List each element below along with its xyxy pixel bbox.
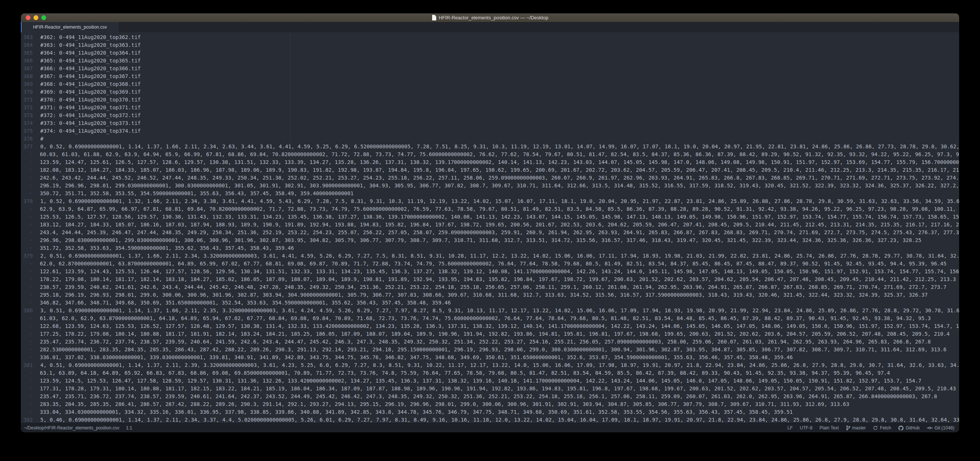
- gutter-wrap-dot[interactable]: ·: [24, 401, 32, 408]
- gutter-line-number[interactable]: 370: [24, 88, 33, 96]
- gutter-wrap-dot[interactable]: ·: [24, 377, 32, 385]
- gutter-wrap-dot[interactable]: ·: [24, 260, 32, 268]
- editor-row[interactable]: 3781, 0.52, 0.690000000000001, 1.32, 1.6…: [21, 197, 959, 205]
- gutter-wrap-dot[interactable]: ·: [24, 276, 32, 283]
- editor-row[interactable]: ·177.31, 178.28, 179.31, 180.14, 180.88,…: [21, 385, 959, 393]
- gutter-wrap-dot[interactable]: ·: [24, 150, 32, 158]
- gutter-wrap-dot[interactable]: ·: [24, 268, 32, 276]
- gutter-wrap-dot[interactable]: ·: [24, 190, 32, 197]
- gutter-line-number[interactable]: 382: [24, 416, 33, 423]
- gutter-wrap-dot[interactable]: ·: [24, 353, 32, 361]
- editor-row[interactable]: ·62.0, 62.87000000000001, 63.87000000000…: [21, 260, 959, 268]
- gutter-wrap-dot[interactable]: ·: [24, 283, 32, 291]
- git-panel-button[interactable]: Git (1048): [927, 425, 954, 431]
- gutter-wrap-dot[interactable]: ·: [24, 221, 32, 229]
- editor-row[interactable]: 375#374: 0-494_11Aug2020_top374.tif: [21, 127, 959, 135]
- text-editor[interactable]: 363#362: 0-494_11Aug2020_top362.tif364#3…: [21, 32, 959, 423]
- editor-row[interactable]: ·333.04, 334.0300000000001, 334.32, 335.…: [21, 408, 959, 416]
- editor-row[interactable]: ·295.18, 296.19, 296.93, 298.01, 299.0, …: [21, 291, 959, 299]
- editor-row[interactable]: 373#372: 0-494_11Aug2020_top372.tif: [21, 111, 959, 119]
- editor-row[interactable]: ·243.4, 244.44, 245.39, 246.47, 247.44, …: [21, 229, 959, 236]
- editor-row[interactable]: ·346.82, 347.66, 348.71, 349.68, 350.69,…: [21, 299, 959, 307]
- editor-row[interactable]: ·122.61, 123.59, 124.43, 125.53, 126.44,…: [21, 268, 959, 276]
- editor-row[interactable]: 365#364: 0-494_11Aug2020_top364.tif: [21, 49, 959, 57]
- gutter-line-number[interactable]: 368: [24, 73, 33, 80]
- editor-row[interactable]: 367#366: 0-494_11Aug2020_top366.tif: [21, 65, 959, 73]
- gutter-line-number[interactable]: 371: [24, 96, 33, 104]
- editor-row[interactable]: ·123.59, 124.5, 125.53, 126.47, 127.58, …: [21, 377, 959, 385]
- editor-row[interactable]: ·296.96, 298.0300000000001, 299.03000000…: [21, 236, 959, 244]
- editor-row[interactable]: ·177.25, 178.22, 179.08, 180.14, 180.88,…: [21, 330, 959, 338]
- gutter-wrap-dot[interactable]: ·: [24, 393, 32, 401]
- gutter-wrap-dot[interactable]: ·: [24, 236, 32, 244]
- gutter-wrap-dot[interactable]: ·: [24, 346, 32, 353]
- editor-row[interactable]: ·235.47, 235.74, 236.72, 237.74, 238.57,…: [21, 338, 959, 346]
- gutter-wrap-dot[interactable]: ·: [24, 338, 32, 346]
- file-path[interactable]: ~/Desktop/HFIR-Reactor_elements_position…: [24, 425, 119, 431]
- editor-row[interactable]: 371#370: 0-494_11Aug2020_top370.tif: [21, 96, 959, 104]
- github-panel-button[interactable]: GitHub: [898, 425, 920, 431]
- gutter-wrap-dot[interactable]: ·: [24, 291, 32, 299]
- gutter-line-number[interactable]: 372: [24, 104, 33, 111]
- editor-row[interactable]: ·350.72, 351.71, 352.58, 353.55, 354.590…: [21, 190, 959, 197]
- encoding-selector[interactable]: UTF-8: [800, 425, 813, 431]
- gutter-wrap-dot[interactable]: ·: [24, 315, 32, 322]
- editor-row[interactable]: 3770, 0.52, 0.690000000000001, 1.14, 1.3…: [21, 143, 959, 150]
- gutter-line-number[interactable]: 366: [24, 57, 33, 65]
- editor-row[interactable]: 370#369: 0-494_11Aug2020_top369.tif: [21, 88, 959, 96]
- gutter-line-number[interactable]: 375: [24, 127, 33, 135]
- zoom-window-button[interactable]: [41, 15, 46, 20]
- gutter-line-number[interactable]: 381: [24, 361, 33, 369]
- gutter-line-number[interactable]: 376: [24, 135, 33, 143]
- editor-row[interactable]: ·182.08, 183.12, 184.27, 184.33, 185.07,…: [21, 166, 959, 174]
- editor-row[interactable]: ·238.57, 239.59, 240.62, 241.61, 242.6, …: [21, 283, 959, 291]
- gutter-line-number[interactable]: 380: [24, 307, 33, 315]
- editor-row[interactable]: ·61.03, 62.0, 62.9, 63.87000000000001, 6…: [21, 315, 959, 322]
- gutter-wrap-dot[interactable]: ·: [24, 408, 32, 416]
- editor-row[interactable]: ·123.59, 124.47, 125.61, 126.5, 127.57, …: [21, 158, 959, 166]
- gutter-line-number[interactable]: 379: [24, 252, 33, 260]
- gutter-wrap-dot[interactable]: ·: [24, 182, 32, 190]
- editor-row[interactable]: 3814, 0.51, 0.690000000000001, 1.14, 1.3…: [21, 361, 959, 369]
- editor-row[interactable]: ·60.03, 61.03, 61.88, 62.9, 63.9, 64.94,…: [21, 150, 959, 158]
- gutter-line-number[interactable]: 365: [24, 49, 33, 57]
- editor-row[interactable]: ·336.01, 337.02, 338.0300000000001, 339.…: [21, 353, 959, 361]
- grammar-selector[interactable]: Plain Text: [819, 425, 839, 431]
- editor-row[interactable]: ·178.22, 179.08, 180.14, 181.17, 182.14,…: [21, 276, 959, 283]
- tab-active-file[interactable]: HFIR-Reactor_elements_position.csv: [21, 22, 119, 32]
- editor-row[interactable]: 374#373: 0-494_11Aug2020_top373.tif: [21, 119, 959, 127]
- editor-row[interactable]: 364#363: 0-494_11Aug2020_top363.tif: [21, 41, 959, 49]
- editor-row[interactable]: ·242.6, 243.42, 244.44, 245.52, 246.52, …: [21, 174, 959, 182]
- gutter-wrap-dot[interactable]: ·: [24, 385, 32, 393]
- gutter-wrap-dot[interactable]: ·: [24, 158, 32, 166]
- editor-row[interactable]: ·296.19, 296.96, 298.01, 299.03000000000…: [21, 182, 959, 190]
- gutter-wrap-dot[interactable]: ·: [24, 213, 32, 221]
- editor-row[interactable]: 363#362: 0-494_11Aug2020_top362.tif: [21, 33, 959, 41]
- editor-row[interactable]: ·62.9, 63.9, 64.87, 65.99, 66.97, 67.81,…: [21, 205, 959, 213]
- gutter-wrap-dot[interactable]: ·: [24, 299, 32, 307]
- editor-row[interactable]: ·125.53, 126.5, 127.57, 128.56, 129.57, …: [21, 213, 959, 221]
- editor-row[interactable]: ·235.47, 235.71, 236.72, 237.74, 238.57,…: [21, 393, 959, 401]
- editor-row[interactable]: ·282.5300000000001, 283.35, 284.35, 285.…: [21, 346, 959, 353]
- line-ending-selector[interactable]: LF: [788, 425, 793, 431]
- gutter-line-number[interactable]: 378: [24, 197, 33, 205]
- gutter-wrap-dot[interactable]: ·: [24, 244, 32, 252]
- gutter-wrap-dot[interactable]: ·: [24, 174, 32, 182]
- editor-row[interactable]: 369#368: 0-494_11Aug2020_top368.tif: [21, 80, 959, 88]
- gutter-wrap-dot[interactable]: ·: [24, 166, 32, 174]
- editor-row[interactable]: 366#365: 0-494_11Aug2020_top365.tif: [21, 57, 959, 65]
- gutter-wrap-dot[interactable]: ·: [24, 322, 32, 330]
- editor-row[interactable]: 3825, 0.46, 0.690000000000001, 1.14, 1.3…: [21, 416, 959, 423]
- editor-row[interactable]: 3803, 0.51, 0.690000000000001, 1.14, 1.3…: [21, 307, 959, 315]
- close-window-button[interactable]: [26, 15, 30, 20]
- gutter-line-number[interactable]: 373: [24, 111, 33, 119]
- git-branch-status[interactable]: master: [846, 425, 866, 431]
- gutter-line-number[interactable]: 367: [24, 65, 33, 73]
- gutter-wrap-dot[interactable]: ·: [24, 205, 32, 213]
- editor-row[interactable]: ·63.1, 63.89, 64.18, 64.89, 65.92, 66.83…: [21, 369, 959, 377]
- gutter-wrap-dot[interactable]: ·: [24, 229, 32, 236]
- minimize-window-button[interactable]: [33, 15, 38, 20]
- editor-row[interactable]: ·183.12, 184.27, 184.33, 185.07, 186.16,…: [21, 221, 959, 229]
- gutter-line-number[interactable]: 377: [24, 143, 33, 150]
- gutter-wrap-dot[interactable]: ·: [24, 330, 32, 338]
